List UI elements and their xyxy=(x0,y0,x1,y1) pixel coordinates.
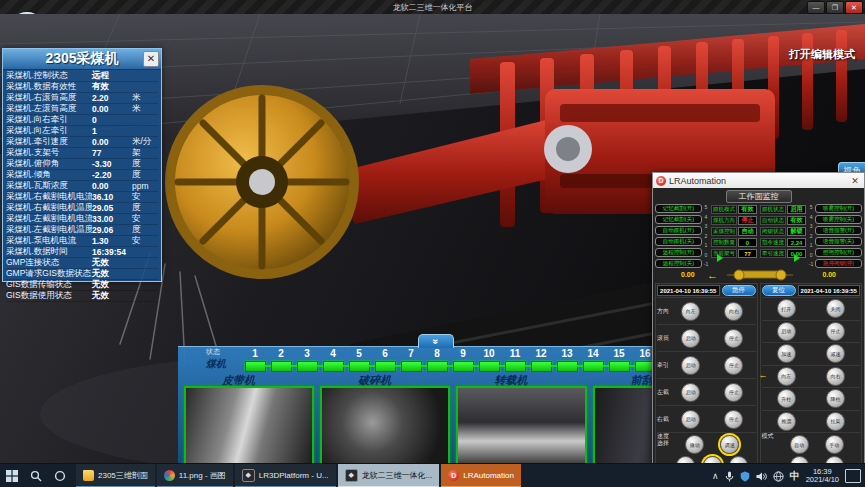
camera-thumbnail[interactable] xyxy=(456,386,586,466)
camera-thumbnail[interactable] xyxy=(184,386,314,466)
search-icon[interactable] xyxy=(24,464,48,487)
window-controls: — ❐ ✕ xyxy=(807,1,863,14)
ruler-tick: 5 xyxy=(810,205,813,210)
auto-left-button-0[interactable]: 记忆截割(开) xyxy=(655,204,702,213)
control-section-right: 复位 2021-04-10 16:39:55 打开关闭启动停止加速减速←向左向右… xyxy=(760,283,863,479)
panel-close-icon[interactable]: ✕ xyxy=(143,51,159,67)
window-title: 龙软二三维一体化平台 xyxy=(393,2,473,13)
strip-collapse-tab[interactable]: » xyxy=(418,334,454,348)
notification-center-icon[interactable] xyxy=(845,469,861,483)
ime-indicator[interactable]: 中 xyxy=(790,469,800,483)
taskbar-button-1[interactable]: 11.png - 画图 xyxy=(157,464,233,487)
start-button[interactable] xyxy=(0,464,24,487)
auto-right-button-2[interactable]: 语音报警(开) xyxy=(815,226,862,235)
round-button[interactable]: 推溜 xyxy=(777,412,796,431)
round-button[interactable]: 自动 xyxy=(790,435,809,454)
row-value: 29.06 xyxy=(92,225,132,235)
ruler-right: 543210-1 xyxy=(807,204,815,268)
speaker-icon[interactable] xyxy=(756,471,767,482)
auto-right-button-0[interactable]: 喷雾控制(开) xyxy=(815,204,862,213)
round-button[interactable]: 向左 xyxy=(681,302,700,321)
round-button[interactable]: 向右 xyxy=(724,302,743,321)
taskbar-button-0[interactable]: 2305三维剖面 xyxy=(76,464,155,487)
automation-titlebar[interactable]: D LRAutomation ✕ xyxy=(653,173,864,188)
ruler-tick: 5 xyxy=(705,205,708,210)
auto-right-button-3[interactable]: 语音报警(关) xyxy=(815,237,862,246)
unity-icon: ◆ xyxy=(345,469,358,482)
status-label: 跟机状态 xyxy=(760,205,786,214)
round-button[interactable]: 启动 xyxy=(681,410,700,429)
minimize-button[interactable]: — xyxy=(807,1,825,14)
round-button[interactable]: 升柱 xyxy=(777,389,796,408)
round-button[interactable]: 停止 xyxy=(724,383,743,402)
round-button[interactable]: 关闭 xyxy=(826,299,845,318)
round-button[interactable]: 调速 xyxy=(720,435,739,454)
support-number: 14 xyxy=(587,348,598,361)
estop-pill-button[interactable]: 急停 xyxy=(722,285,756,296)
control-row-label: 右截 xyxy=(657,416,669,423)
camera-thumbnail[interactable] xyxy=(320,386,450,466)
reset-pill-button[interactable]: 复位 xyxy=(762,285,796,296)
window-titlebar: 龙软二三维一体化平台 — ❐ ✕ xyxy=(0,0,865,14)
tray-date: 2021/4/10 xyxy=(806,476,839,484)
auto-right-button-4[interactable]: 照明控制(开) xyxy=(815,248,862,257)
edit-mode-label[interactable]: 打开编辑模式 xyxy=(789,47,855,62)
auto-right-button-1[interactable]: 喷雾控制(关) xyxy=(815,215,862,224)
ruler-tick: -1 xyxy=(809,262,813,267)
auto-left-button-2[interactable]: 自动跟机(开) xyxy=(655,226,702,235)
row-value: 33.00 xyxy=(92,214,132,224)
round-button[interactable]: 微动 xyxy=(685,435,704,454)
tray-caret-icon[interactable]: ∧ xyxy=(712,471,719,481)
round-button[interactable]: 启动 xyxy=(777,322,796,341)
auto-left-button-4[interactable]: 远程控制(开) xyxy=(655,248,702,257)
defender-shield-icon[interactable] xyxy=(740,471,750,482)
cortana-icon[interactable] xyxy=(48,464,72,487)
round-button[interactable]: 停止 xyxy=(724,356,743,375)
auto-left-button-1[interactable]: 记忆截割(关) xyxy=(655,215,702,224)
microphone-icon[interactable] xyxy=(725,471,734,482)
taskbar-button-3[interactable]: ◆龙软二三维一体化... xyxy=(338,464,440,487)
round-button[interactable]: 启动 xyxy=(681,383,700,402)
auto-left-button-3[interactable]: 自动跟机(关) xyxy=(655,237,702,246)
support-cell: 15 xyxy=(606,348,632,372)
round-button[interactable]: 停止 xyxy=(724,329,743,348)
auto-right-button-5[interactable]: 急停闭锁(停) xyxy=(815,259,862,268)
round-button[interactable]: 向左 xyxy=(777,367,796,386)
round-button[interactable]: 减速 xyxy=(826,344,845,363)
support-cell: 14 xyxy=(580,348,606,372)
ruler-tick: 2 xyxy=(810,234,813,239)
round-button[interactable]: 加速 xyxy=(777,344,796,363)
round-button[interactable]: 手动 xyxy=(825,435,844,454)
support-status-block xyxy=(323,361,344,372)
round-button[interactable]: 降柱 xyxy=(826,389,845,408)
support-status-block xyxy=(401,361,422,372)
round-button[interactable]: 打开 xyxy=(777,299,796,318)
ruler-tick: 0 xyxy=(810,253,813,258)
tray-clock[interactable]: 16:39 2021/4/10 xyxy=(806,468,839,484)
taskbar-button-2[interactable]: ◆LR3DPlatform - U... xyxy=(235,464,336,487)
round-button[interactable]: 停止 xyxy=(826,322,845,341)
support-status-block xyxy=(349,361,370,372)
round-button[interactable]: 拉架 xyxy=(826,412,845,431)
position-marker-left-icon xyxy=(717,254,723,262)
round-button[interactable]: 停止 xyxy=(724,410,743,429)
folder-icon xyxy=(83,470,94,481)
support-status-block xyxy=(609,361,630,372)
round-button[interactable]: 向右 xyxy=(826,367,845,386)
round-button[interactable]: 启动 xyxy=(681,356,700,375)
round-button[interactable]: 启动 xyxy=(681,329,700,348)
close-button[interactable]: ✕ xyxy=(845,1,863,14)
control-row: 启动停止 xyxy=(762,320,861,343)
speed-right-value: 0.00 xyxy=(822,271,836,278)
taskbar-button-4[interactable]: DLRAutomation xyxy=(441,464,521,487)
status-value: 解锁 xyxy=(787,227,806,236)
auto-left-button-5[interactable]: 远程控制(关) xyxy=(655,259,702,268)
network-globe-icon[interactable] xyxy=(773,471,784,482)
taskbar-button-label: LRAutomation xyxy=(463,471,514,480)
status-label: 当前架号 xyxy=(711,249,737,258)
automation-close-icon[interactable]: ✕ xyxy=(849,176,861,186)
strip-side-labels: 状态 煤机 xyxy=(206,347,242,371)
maximize-button[interactable]: ❐ xyxy=(826,1,844,14)
status-row: 跟机模式有效 xyxy=(711,205,757,214)
support-cell: 7 xyxy=(398,348,424,372)
